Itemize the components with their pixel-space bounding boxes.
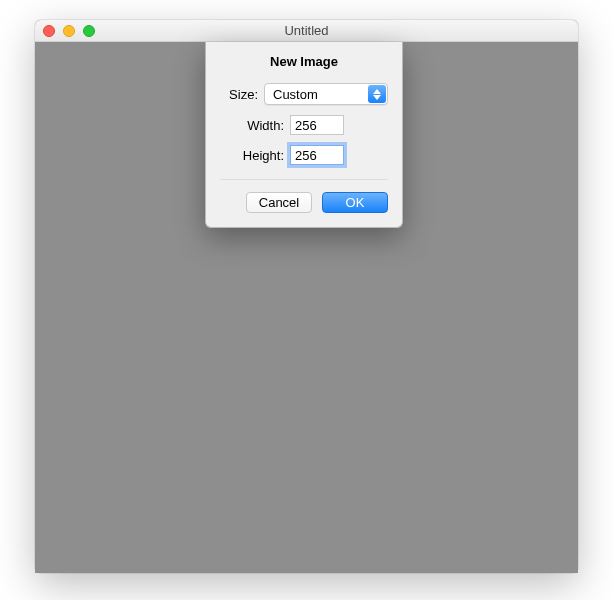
svg-marker-0 bbox=[373, 89, 381, 94]
window-title: Untitled bbox=[35, 23, 578, 38]
height-input[interactable] bbox=[290, 145, 344, 165]
titlebar[interactable]: Untitled bbox=[35, 20, 578, 42]
minimize-icon[interactable] bbox=[63, 25, 75, 37]
width-label: Width: bbox=[220, 118, 284, 133]
height-label: Height: bbox=[220, 148, 284, 163]
width-row: Width: bbox=[220, 115, 388, 135]
close-icon[interactable] bbox=[43, 25, 55, 37]
size-select-value: Custom bbox=[273, 87, 318, 102]
height-row: Height: bbox=[220, 145, 388, 165]
width-input[interactable] bbox=[290, 115, 344, 135]
sheet-title: New Image bbox=[220, 54, 388, 69]
new-image-sheet: New Image Size: Custom Width: Height: Ca… bbox=[205, 42, 403, 228]
traffic-lights bbox=[43, 25, 95, 37]
size-select[interactable]: Custom bbox=[264, 83, 388, 105]
button-row: Cancel OK bbox=[220, 179, 388, 213]
updown-icon bbox=[368, 85, 386, 103]
zoom-icon[interactable] bbox=[83, 25, 95, 37]
cancel-button[interactable]: Cancel bbox=[246, 192, 312, 213]
app-window: Untitled New Image Size: Custom Width: H… bbox=[35, 20, 578, 573]
size-row: Size: Custom bbox=[220, 83, 388, 105]
svg-marker-1 bbox=[373, 95, 381, 100]
ok-button[interactable]: OK bbox=[322, 192, 388, 213]
size-label: Size: bbox=[220, 87, 258, 102]
